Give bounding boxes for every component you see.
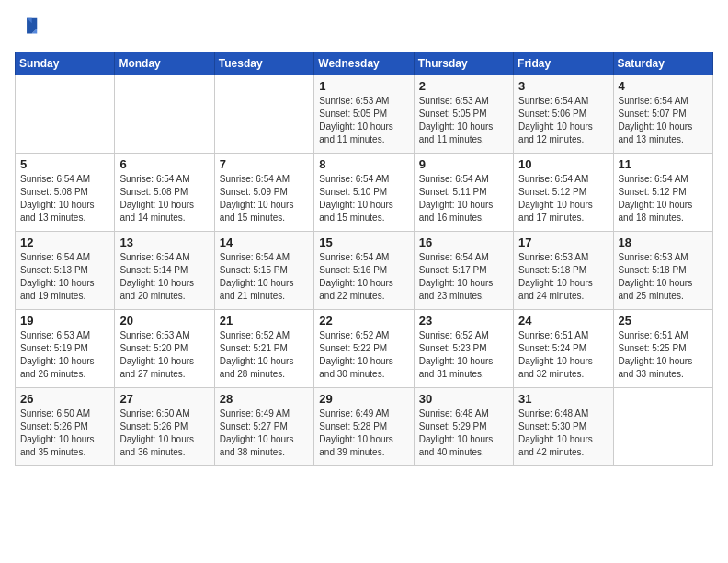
- day-number: 5: [20, 157, 109, 171]
- day-number: 23: [419, 314, 508, 327]
- day-number: 13: [119, 236, 209, 249]
- day-info: Sunrise: 6:49 AM Sunset: 5:28 PM Dayligh…: [319, 408, 408, 459]
- calendar-cell: 17Sunrise: 6:53 AM Sunset: 5:18 PM Dayli…: [514, 232, 613, 310]
- day-info: Sunrise: 6:53 AM Sunset: 5:18 PM Dayligh…: [518, 251, 608, 303]
- day-number: 6: [119, 157, 209, 171]
- week-row-1: 1Sunrise: 6:53 AM Sunset: 5:05 PM Daylig…: [16, 75, 713, 154]
- calendar-cell: 1Sunrise: 6:53 AM Sunset: 5:05 PM Daylig…: [314, 75, 414, 154]
- day-number: 1: [319, 79, 408, 93]
- header-cell-thursday: Thursday: [414, 52, 513, 75]
- calendar-cell: 29Sunrise: 6:49 AM Sunset: 5:28 PM Dayli…: [314, 388, 414, 466]
- calendar-cell: 24Sunrise: 6:51 AM Sunset: 5:24 PM Dayli…: [514, 310, 613, 388]
- calendar-cell: 3Sunrise: 6:54 AM Sunset: 5:06 PM Daylig…: [514, 75, 613, 154]
- day-number: 8: [319, 157, 408, 171]
- calendar-cell: 2Sunrise: 6:53 AM Sunset: 5:05 PM Daylig…: [414, 75, 513, 154]
- day-info: Sunrise: 6:52 AM Sunset: 5:21 PM Dayligh…: [220, 329, 309, 381]
- day-info: Sunrise: 6:54 AM Sunset: 5:08 PM Dayligh…: [119, 173, 209, 224]
- calendar-cell: 20Sunrise: 6:53 AM Sunset: 5:20 PM Dayli…: [115, 310, 214, 388]
- header-cell-friday: Friday: [514, 52, 613, 75]
- calendar-cell: 18Sunrise: 6:53 AM Sunset: 5:18 PM Dayli…: [613, 232, 712, 310]
- calendar-cell: 5Sunrise: 6:54 AM Sunset: 5:08 PM Daylig…: [16, 154, 115, 232]
- day-info: Sunrise: 6:49 AM Sunset: 5:27 PM Dayligh…: [220, 408, 309, 459]
- calendar-cell: 15Sunrise: 6:54 AM Sunset: 5:16 PM Dayli…: [314, 232, 414, 310]
- day-info: Sunrise: 6:54 AM Sunset: 5:08 PM Dayligh…: [20, 173, 109, 224]
- day-info: Sunrise: 6:50 AM Sunset: 5:26 PM Dayligh…: [119, 408, 209, 459]
- calendar-cell: 13Sunrise: 6:54 AM Sunset: 5:14 PM Dayli…: [115, 232, 214, 310]
- day-number: 29: [319, 392, 408, 406]
- day-number: 15: [319, 236, 408, 249]
- day-info: Sunrise: 6:54 AM Sunset: 5:06 PM Dayligh…: [518, 95, 608, 146]
- day-number: 25: [619, 314, 708, 327]
- day-info: Sunrise: 6:51 AM Sunset: 5:24 PM Dayligh…: [518, 329, 608, 381]
- week-row-3: 12Sunrise: 6:54 AM Sunset: 5:13 PM Dayli…: [16, 232, 713, 310]
- day-info: Sunrise: 6:53 AM Sunset: 5:20 PM Dayligh…: [119, 329, 209, 381]
- day-number: 22: [319, 314, 408, 327]
- day-info: Sunrise: 6:54 AM Sunset: 5:14 PM Dayligh…: [119, 251, 209, 303]
- day-info: Sunrise: 6:54 AM Sunset: 5:17 PM Dayligh…: [419, 251, 508, 303]
- calendar-cell: 31Sunrise: 6:48 AM Sunset: 5:30 PM Dayli…: [514, 388, 613, 466]
- day-info: Sunrise: 6:48 AM Sunset: 5:29 PM Dayligh…: [419, 408, 508, 459]
- calendar-cell: 6Sunrise: 6:54 AM Sunset: 5:08 PM Daylig…: [115, 154, 214, 232]
- day-info: Sunrise: 6:51 AM Sunset: 5:25 PM Dayligh…: [619, 329, 708, 381]
- day-info: Sunrise: 6:54 AM Sunset: 5:10 PM Dayligh…: [319, 173, 408, 224]
- calendar-cell: 7Sunrise: 6:54 AM Sunset: 5:09 PM Daylig…: [214, 154, 313, 232]
- calendar-cell: 26Sunrise: 6:50 AM Sunset: 5:26 PM Dayli…: [16, 388, 115, 466]
- week-row-2: 5Sunrise: 6:54 AM Sunset: 5:08 PM Daylig…: [16, 154, 713, 232]
- day-number: 21: [220, 314, 309, 327]
- day-info: Sunrise: 6:54 AM Sunset: 5:07 PM Dayligh…: [619, 95, 708, 146]
- day-info: Sunrise: 6:48 AM Sunset: 5:30 PM Dayligh…: [518, 408, 608, 459]
- day-info: Sunrise: 6:54 AM Sunset: 5:12 PM Dayligh…: [619, 173, 708, 224]
- day-info: Sunrise: 6:53 AM Sunset: 5:19 PM Dayligh…: [20, 329, 109, 381]
- page-header: [15, 15, 713, 40]
- day-info: Sunrise: 6:53 AM Sunset: 5:18 PM Dayligh…: [619, 251, 708, 303]
- logo-icon: [15, 15, 40, 40]
- calendar-cell: 9Sunrise: 6:54 AM Sunset: 5:11 PM Daylig…: [414, 154, 513, 232]
- day-number: 3: [518, 79, 608, 93]
- day-number: 18: [619, 236, 708, 249]
- day-info: Sunrise: 6:54 AM Sunset: 5:09 PM Dayligh…: [220, 173, 309, 224]
- calendar-cell: [16, 75, 115, 154]
- calendar-cell: 14Sunrise: 6:54 AM Sunset: 5:15 PM Dayli…: [214, 232, 313, 310]
- calendar-cell: 10Sunrise: 6:54 AM Sunset: 5:12 PM Dayli…: [514, 154, 613, 232]
- calendar-cell: 11Sunrise: 6:54 AM Sunset: 5:12 PM Dayli…: [613, 154, 712, 232]
- day-number: 27: [119, 392, 209, 406]
- day-number: 11: [619, 157, 708, 171]
- day-number: 24: [518, 314, 608, 327]
- calendar-cell: 23Sunrise: 6:52 AM Sunset: 5:23 PM Dayli…: [414, 310, 513, 388]
- day-number: 10: [518, 157, 608, 171]
- day-number: 26: [20, 392, 109, 406]
- week-row-4: 19Sunrise: 6:53 AM Sunset: 5:19 PM Dayli…: [16, 310, 713, 388]
- calendar-cell: 25Sunrise: 6:51 AM Sunset: 5:25 PM Dayli…: [613, 310, 712, 388]
- day-number: 12: [20, 236, 109, 249]
- calendar-cell: 22Sunrise: 6:52 AM Sunset: 5:22 PM Dayli…: [314, 310, 414, 388]
- day-info: Sunrise: 6:54 AM Sunset: 5:12 PM Dayligh…: [518, 173, 608, 224]
- calendar-cell: 21Sunrise: 6:52 AM Sunset: 5:21 PM Dayli…: [214, 310, 313, 388]
- header-cell-tuesday: Tuesday: [214, 52, 313, 75]
- day-number: 20: [119, 314, 209, 327]
- day-number: 4: [619, 79, 708, 93]
- day-number: 31: [518, 392, 608, 406]
- day-number: 30: [419, 392, 508, 406]
- calendar-cell: [115, 75, 214, 154]
- day-info: Sunrise: 6:53 AM Sunset: 5:05 PM Dayligh…: [419, 95, 508, 146]
- day-number: 9: [419, 157, 508, 171]
- day-number: 2: [419, 79, 508, 93]
- day-info: Sunrise: 6:50 AM Sunset: 5:26 PM Dayligh…: [20, 408, 109, 459]
- calendar-cell: 16Sunrise: 6:54 AM Sunset: 5:17 PM Dayli…: [414, 232, 513, 310]
- day-info: Sunrise: 6:54 AM Sunset: 5:15 PM Dayligh…: [220, 251, 309, 303]
- day-info: Sunrise: 6:53 AM Sunset: 5:05 PM Dayligh…: [319, 95, 408, 146]
- day-info: Sunrise: 6:54 AM Sunset: 5:16 PM Dayligh…: [319, 251, 408, 303]
- day-info: Sunrise: 6:52 AM Sunset: 5:23 PM Dayligh…: [419, 329, 508, 381]
- header-cell-monday: Monday: [115, 52, 214, 75]
- day-info: Sunrise: 6:54 AM Sunset: 5:13 PM Dayligh…: [20, 251, 109, 303]
- calendar-cell: 30Sunrise: 6:48 AM Sunset: 5:29 PM Dayli…: [414, 388, 513, 466]
- day-info: Sunrise: 6:52 AM Sunset: 5:22 PM Dayligh…: [319, 329, 408, 381]
- header-row: SundayMondayTuesdayWednesdayThursdayFrid…: [16, 52, 713, 75]
- week-row-5: 26Sunrise: 6:50 AM Sunset: 5:26 PM Dayli…: [16, 388, 713, 466]
- calendar-cell: 12Sunrise: 6:54 AM Sunset: 5:13 PM Dayli…: [16, 232, 115, 310]
- header-cell-sunday: Sunday: [16, 52, 115, 75]
- calendar-cell: 28Sunrise: 6:49 AM Sunset: 5:27 PM Dayli…: [214, 388, 313, 466]
- calendar-cell: 19Sunrise: 6:53 AM Sunset: 5:19 PM Dayli…: [16, 310, 115, 388]
- calendar-cell: 27Sunrise: 6:50 AM Sunset: 5:26 PM Dayli…: [115, 388, 214, 466]
- day-number: 17: [518, 236, 608, 249]
